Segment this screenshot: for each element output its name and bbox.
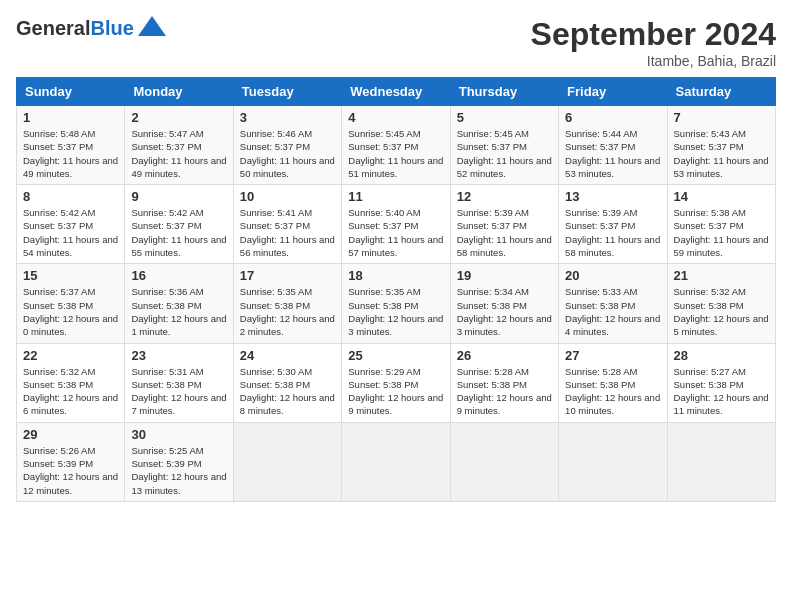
calendar-week-row: 29 Sunrise: 5:26 AM Sunset: 5:39 PM Dayl… <box>17 422 776 501</box>
calendar-cell <box>450 422 558 501</box>
calendar-cell: 8 Sunrise: 5:42 AM Sunset: 5:37 PM Dayli… <box>17 185 125 264</box>
day-info: Sunrise: 5:25 AM Sunset: 5:39 PM Dayligh… <box>131 444 226 497</box>
calendar-cell: 27 Sunrise: 5:28 AM Sunset: 5:38 PM Dayl… <box>559 343 667 422</box>
day-info: Sunrise: 5:41 AM Sunset: 5:37 PM Dayligh… <box>240 206 335 259</box>
day-number: 26 <box>457 348 552 363</box>
calendar-cell: 7 Sunrise: 5:43 AM Sunset: 5:37 PM Dayli… <box>667 106 775 185</box>
day-number: 2 <box>131 110 226 125</box>
day-info: Sunrise: 5:35 AM Sunset: 5:38 PM Dayligh… <box>240 285 335 338</box>
day-info: Sunrise: 5:29 AM Sunset: 5:38 PM Dayligh… <box>348 365 443 418</box>
day-number: 7 <box>674 110 769 125</box>
day-info: Sunrise: 5:34 AM Sunset: 5:38 PM Dayligh… <box>457 285 552 338</box>
day-info: Sunrise: 5:39 AM Sunset: 5:37 PM Dayligh… <box>565 206 660 259</box>
calendar-cell: 15 Sunrise: 5:37 AM Sunset: 5:38 PM Dayl… <box>17 264 125 343</box>
calendar-cell: 24 Sunrise: 5:30 AM Sunset: 5:38 PM Dayl… <box>233 343 341 422</box>
day-header-saturday: Saturday <box>667 78 775 106</box>
calendar-cell: 4 Sunrise: 5:45 AM Sunset: 5:37 PM Dayli… <box>342 106 450 185</box>
calendar-cell: 1 Sunrise: 5:48 AM Sunset: 5:37 PM Dayli… <box>17 106 125 185</box>
day-number: 12 <box>457 189 552 204</box>
day-number: 5 <box>457 110 552 125</box>
calendar-cell: 22 Sunrise: 5:32 AM Sunset: 5:38 PM Dayl… <box>17 343 125 422</box>
calendar-cell: 6 Sunrise: 5:44 AM Sunset: 5:37 PM Dayli… <box>559 106 667 185</box>
day-number: 8 <box>23 189 118 204</box>
day-info: Sunrise: 5:28 AM Sunset: 5:38 PM Dayligh… <box>565 365 660 418</box>
svg-marker-0 <box>138 16 166 36</box>
calendar-cell <box>233 422 341 501</box>
day-number: 24 <box>240 348 335 363</box>
day-number: 9 <box>131 189 226 204</box>
day-info: Sunrise: 5:33 AM Sunset: 5:38 PM Dayligh… <box>565 285 660 338</box>
day-number: 13 <box>565 189 660 204</box>
day-number: 10 <box>240 189 335 204</box>
calendar-cell: 3 Sunrise: 5:46 AM Sunset: 5:37 PM Dayli… <box>233 106 341 185</box>
day-number: 6 <box>565 110 660 125</box>
day-header-monday: Monday <box>125 78 233 106</box>
calendar-cell <box>559 422 667 501</box>
day-info: Sunrise: 5:46 AM Sunset: 5:37 PM Dayligh… <box>240 127 335 180</box>
day-info: Sunrise: 5:26 AM Sunset: 5:39 PM Dayligh… <box>23 444 118 497</box>
day-info: Sunrise: 5:32 AM Sunset: 5:38 PM Dayligh… <box>674 285 769 338</box>
day-number: 11 <box>348 189 443 204</box>
day-header-tuesday: Tuesday <box>233 78 341 106</box>
calendar-cell: 12 Sunrise: 5:39 AM Sunset: 5:37 PM Dayl… <box>450 185 558 264</box>
day-number: 17 <box>240 268 335 283</box>
day-header-wednesday: Wednesday <box>342 78 450 106</box>
day-info: Sunrise: 5:45 AM Sunset: 5:37 PM Dayligh… <box>457 127 552 180</box>
day-number: 28 <box>674 348 769 363</box>
logo-general: General <box>16 17 90 39</box>
day-info: Sunrise: 5:32 AM Sunset: 5:38 PM Dayligh… <box>23 365 118 418</box>
calendar-cell: 16 Sunrise: 5:36 AM Sunset: 5:38 PM Dayl… <box>125 264 233 343</box>
day-info: Sunrise: 5:31 AM Sunset: 5:38 PM Dayligh… <box>131 365 226 418</box>
calendar-cell: 10 Sunrise: 5:41 AM Sunset: 5:37 PM Dayl… <box>233 185 341 264</box>
day-info: Sunrise: 5:47 AM Sunset: 5:37 PM Dayligh… <box>131 127 226 180</box>
day-number: 30 <box>131 427 226 442</box>
logo-icon <box>138 16 166 36</box>
day-info: Sunrise: 5:44 AM Sunset: 5:37 PM Dayligh… <box>565 127 660 180</box>
day-info: Sunrise: 5:45 AM Sunset: 5:37 PM Dayligh… <box>348 127 443 180</box>
day-info: Sunrise: 5:42 AM Sunset: 5:37 PM Dayligh… <box>23 206 118 259</box>
calendar-table: SundayMondayTuesdayWednesdayThursdayFrid… <box>16 77 776 502</box>
calendar-cell: 21 Sunrise: 5:32 AM Sunset: 5:38 PM Dayl… <box>667 264 775 343</box>
title-block: September 2024 Itambe, Bahia, Brazil <box>531 16 776 69</box>
day-info: Sunrise: 5:28 AM Sunset: 5:38 PM Dayligh… <box>457 365 552 418</box>
calendar-cell: 14 Sunrise: 5:38 AM Sunset: 5:37 PM Dayl… <box>667 185 775 264</box>
day-number: 14 <box>674 189 769 204</box>
calendar-week-row: 22 Sunrise: 5:32 AM Sunset: 5:38 PM Dayl… <box>17 343 776 422</box>
day-info: Sunrise: 5:27 AM Sunset: 5:38 PM Dayligh… <box>674 365 769 418</box>
day-number: 16 <box>131 268 226 283</box>
calendar-cell: 29 Sunrise: 5:26 AM Sunset: 5:39 PM Dayl… <box>17 422 125 501</box>
calendar-cell: 30 Sunrise: 5:25 AM Sunset: 5:39 PM Dayl… <box>125 422 233 501</box>
day-info: Sunrise: 5:42 AM Sunset: 5:37 PM Dayligh… <box>131 206 226 259</box>
day-number: 20 <box>565 268 660 283</box>
month-title: September 2024 <box>531 16 776 53</box>
day-info: Sunrise: 5:39 AM Sunset: 5:37 PM Dayligh… <box>457 206 552 259</box>
day-number: 15 <box>23 268 118 283</box>
day-header-thursday: Thursday <box>450 78 558 106</box>
calendar-week-row: 8 Sunrise: 5:42 AM Sunset: 5:37 PM Dayli… <box>17 185 776 264</box>
day-info: Sunrise: 5:48 AM Sunset: 5:37 PM Dayligh… <box>23 127 118 180</box>
calendar-cell: 19 Sunrise: 5:34 AM Sunset: 5:38 PM Dayl… <box>450 264 558 343</box>
location: Itambe, Bahia, Brazil <box>531 53 776 69</box>
page-header: GeneralBlue September 2024 Itambe, Bahia… <box>16 16 776 69</box>
calendar-cell: 11 Sunrise: 5:40 AM Sunset: 5:37 PM Dayl… <box>342 185 450 264</box>
day-number: 23 <box>131 348 226 363</box>
day-number: 27 <box>565 348 660 363</box>
calendar-cell: 9 Sunrise: 5:42 AM Sunset: 5:37 PM Dayli… <box>125 185 233 264</box>
day-number: 19 <box>457 268 552 283</box>
calendar-cell: 13 Sunrise: 5:39 AM Sunset: 5:37 PM Dayl… <box>559 185 667 264</box>
calendar-cell: 18 Sunrise: 5:35 AM Sunset: 5:38 PM Dayl… <box>342 264 450 343</box>
day-number: 29 <box>23 427 118 442</box>
calendar-week-row: 1 Sunrise: 5:48 AM Sunset: 5:37 PM Dayli… <box>17 106 776 185</box>
day-info: Sunrise: 5:36 AM Sunset: 5:38 PM Dayligh… <box>131 285 226 338</box>
day-number: 25 <box>348 348 443 363</box>
calendar-cell: 23 Sunrise: 5:31 AM Sunset: 5:38 PM Dayl… <box>125 343 233 422</box>
day-info: Sunrise: 5:43 AM Sunset: 5:37 PM Dayligh… <box>674 127 769 180</box>
logo-blue: Blue <box>90 17 133 39</box>
day-info: Sunrise: 5:30 AM Sunset: 5:38 PM Dayligh… <box>240 365 335 418</box>
calendar-cell: 26 Sunrise: 5:28 AM Sunset: 5:38 PM Dayl… <box>450 343 558 422</box>
day-number: 18 <box>348 268 443 283</box>
day-number: 22 <box>23 348 118 363</box>
calendar-cell: 2 Sunrise: 5:47 AM Sunset: 5:37 PM Dayli… <box>125 106 233 185</box>
day-number: 4 <box>348 110 443 125</box>
calendar-header-row: SundayMondayTuesdayWednesdayThursdayFrid… <box>17 78 776 106</box>
